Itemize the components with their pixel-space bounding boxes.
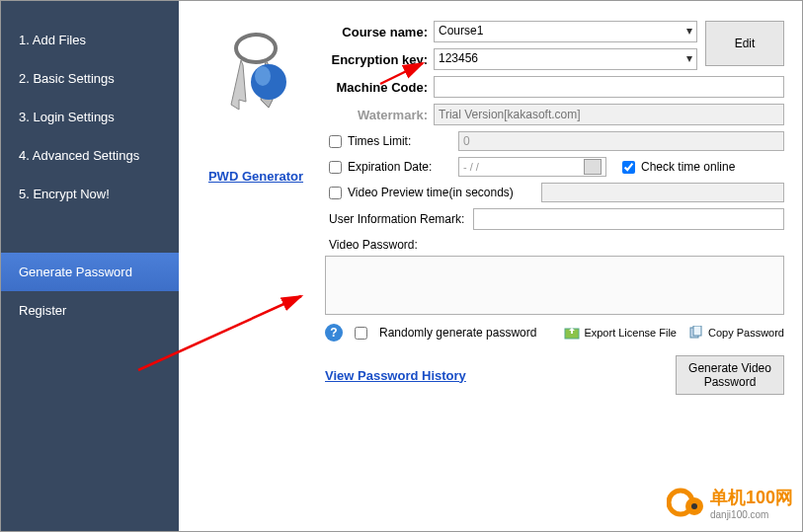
course-name-select[interactable]: Course1: [434, 21, 697, 42]
video-password-textarea[interactable]: [325, 256, 784, 315]
sidebar-item-add-files[interactable]: 1. Add Files: [1, 21, 179, 59]
times-limit-input: [458, 131, 784, 151]
logo-brand: 单机100网: [710, 486, 793, 509]
svg-rect-5: [693, 326, 701, 336]
watermark-logo: 单机100网 danji100.com: [667, 483, 793, 522]
encryption-key-select[interactable]: 123456: [434, 48, 697, 70]
course-name-label: Course name:: [325, 25, 434, 39]
sidebar-item-encrypt-now[interactable]: 5. Encrypt Now!: [1, 175, 179, 213]
times-limit-checkbox[interactable]: [329, 135, 342, 148]
expiration-checkbox[interactable]: [329, 161, 342, 174]
remark-input[interactable]: [473, 208, 784, 230]
svg-point-10: [691, 503, 697, 509]
sidebar-item-register[interactable]: Register: [1, 291, 179, 330]
expiration-date-input[interactable]: - / /: [458, 157, 606, 177]
expiration-label: Expiration Date:: [348, 160, 452, 174]
remark-label: User Information Remark:: [325, 212, 473, 226]
copy-password-link[interactable]: Copy Password: [688, 326, 784, 340]
check-time-checkbox[interactable]: [622, 161, 635, 174]
generate-video-password-button[interactable]: Generate Video Password: [676, 355, 784, 395]
logo-domain: danji100.com: [710, 509, 793, 520]
keys-icon: [211, 31, 300, 129]
calendar-icon[interactable]: [584, 159, 602, 175]
help-icon[interactable]: ?: [325, 324, 343, 342]
watermark-label: Watermark:: [325, 108, 434, 122]
main-panel: PWD Generator Course name: Course1 Encry…: [179, 1, 802, 531]
video-password-label: Video Password:: [325, 238, 784, 252]
pwd-generator-link[interactable]: PWD Generator: [208, 169, 303, 184]
machine-code-input[interactable]: [434, 76, 784, 98]
logo-icon: [667, 483, 706, 522]
encryption-key-label: Encryption key:: [325, 52, 434, 67]
export-license-link[interactable]: Export License File: [564, 326, 677, 340]
preview-checkbox[interactable]: [329, 187, 342, 199]
svg-point-0: [236, 35, 276, 62]
copy-icon: [688, 326, 704, 340]
sidebar-item-basic-settings[interactable]: 2. Basic Settings: [1, 59, 179, 98]
times-limit-label: Times Limit:: [348, 134, 452, 148]
view-password-history-link[interactable]: View Password History: [325, 368, 466, 383]
edit-button[interactable]: Edit: [705, 21, 784, 66]
watermark-input: [434, 104, 784, 125]
random-label: Randomly generate password: [379, 326, 536, 340]
preview-input[interactable]: [541, 183, 784, 202]
machine-code-label: Machine Code:: [325, 80, 434, 95]
sidebar-item-login-settings[interactable]: 3. Login Settings: [1, 98, 179, 136]
check-time-label: Check time online: [641, 160, 735, 174]
random-checkbox[interactable]: [355, 327, 367, 340]
sidebar-item-generate-password[interactable]: Generate Password: [1, 253, 179, 291]
sidebar-item-advanced-settings[interactable]: 4. Advanced Settings: [1, 136, 179, 175]
export-icon: [564, 326, 580, 340]
sidebar: 1. Add Files 2. Basic Settings 3. Login …: [1, 1, 179, 531]
svg-point-2: [255, 66, 271, 86]
preview-label: Video Preview time(in seconds): [348, 186, 535, 199]
